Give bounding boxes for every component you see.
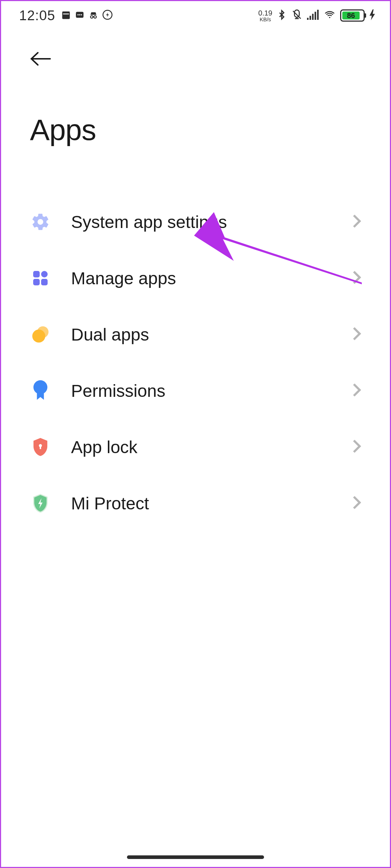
svg-rect-12 (309, 16, 311, 20)
badge-icon (30, 380, 51, 401)
message-icon (75, 10, 85, 21)
svg-point-3 (78, 14, 79, 16)
svg-rect-11 (307, 18, 308, 20)
list-item-label: System app settings (71, 212, 352, 232)
chevron-right-icon (352, 214, 361, 230)
network-speed: 0.19 KB/s (258, 9, 272, 22)
list-item-permissions[interactable]: Permissions (30, 363, 361, 419)
svg-point-4 (79, 14, 80, 16)
list-item-dual-apps[interactable]: Dual apps (30, 306, 361, 363)
list-item-app-lock[interactable]: App lock (30, 419, 361, 475)
status-indicator-icons (61, 9, 113, 22)
svg-rect-13 (312, 14, 313, 20)
list-item-mi-protect[interactable]: Mi Protect (30, 475, 361, 531)
gear-icon (30, 211, 51, 232)
battery-level: 86 (342, 12, 360, 19)
chevron-right-icon (352, 439, 361, 455)
svg-point-7 (94, 16, 96, 18)
calendar-icon (61, 10, 71, 21)
list-item-label: Manage apps (71, 268, 352, 288)
charging-bolt-icon (369, 9, 375, 22)
svg-point-23 (34, 380, 48, 394)
chevron-right-icon (352, 495, 361, 511)
svg-point-5 (81, 14, 82, 16)
settings-list: System app settings Manage apps Dual app… (1, 194, 390, 531)
page-title: Apps (30, 113, 361, 147)
back-button[interactable] (30, 48, 52, 70)
bolt-circle-icon (102, 9, 113, 22)
shield-lock-icon (30, 437, 51, 457)
chevron-right-icon (352, 326, 361, 342)
chevron-right-icon (352, 270, 361, 286)
chevron-right-icon (352, 383, 361, 399)
wifi-icon (324, 10, 336, 21)
list-item-label: Permissions (71, 381, 352, 401)
svg-rect-19 (33, 279, 40, 285)
svg-point-6 (91, 16, 93, 18)
list-item-system-app-settings[interactable]: System app settings (30, 194, 361, 250)
battery-indicator: 86 (340, 9, 365, 22)
status-time: 12:05 (19, 8, 55, 23)
status-right: 0.19 KB/s 86 (258, 9, 375, 22)
svg-rect-20 (41, 279, 48, 285)
dual-circles-icon (30, 324, 51, 345)
list-item-label: Mi Protect (71, 494, 352, 513)
svg-rect-14 (315, 12, 316, 20)
grid-icon (30, 268, 51, 289)
svg-rect-17 (33, 271, 40, 277)
signal-icon (307, 10, 319, 21)
shield-bolt-icon (30, 493, 51, 514)
svg-rect-1 (63, 14, 69, 14)
arrow-left-icon (30, 51, 52, 66)
home-indicator[interactable] (127, 855, 264, 859)
svg-point-18 (41, 271, 48, 277)
svg-point-22 (32, 330, 45, 343)
list-item-label: App lock (71, 437, 352, 457)
mute-icon (291, 9, 303, 22)
status-left: 12:05 (19, 8, 113, 23)
list-item-manage-apps[interactable]: Manage apps (30, 250, 361, 306)
svg-rect-0 (62, 12, 70, 19)
header: Apps (1, 30, 390, 147)
svg-rect-25 (40, 446, 41, 449)
svg-rect-15 (317, 10, 318, 20)
incognito-icon (88, 10, 98, 21)
status-bar: 12:05 0.19 KB/s (1, 1, 390, 30)
list-item-label: Dual apps (71, 325, 352, 345)
bluetooth-icon (277, 9, 287, 22)
